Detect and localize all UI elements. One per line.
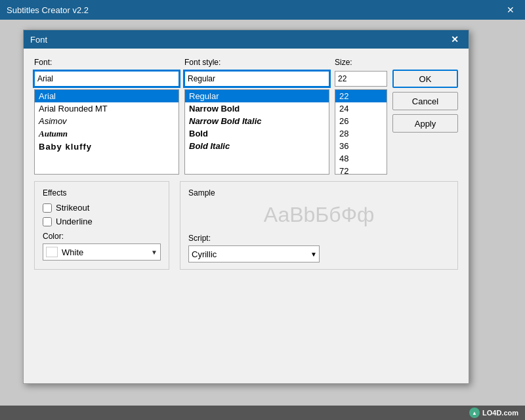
buttons-column: OK Cancel Apply	[392, 58, 458, 175]
size-list[interactable]: 22 24 26 28 36 48 72	[335, 89, 387, 175]
size-list-item-48[interactable]: 48	[335, 152, 387, 165]
color-label: Color:	[43, 232, 161, 241]
bottom-row: Effects Strikeout Underline Color: W	[34, 181, 458, 270]
font-list-item-autumn[interactable]: Autumn	[35, 127, 178, 140]
font-list-item-baby[interactable]: Baby kluffy	[35, 140, 178, 153]
style-list-item-regular[interactable]: Regular	[185, 90, 329, 102]
strikeout-row: Strikeout	[43, 203, 161, 213]
sample-title: Sample	[188, 188, 450, 198]
script-label: Script:	[188, 234, 450, 243]
size-list-item-36[interactable]: 36	[335, 140, 387, 152]
dialog-body: Font: Arial Arial Rounded MT Asimov Autu…	[24, 49, 469, 279]
font-dialog: Font ✕ Font: Arial Arial Rounded MT Asim…	[23, 30, 469, 384]
script-row: Script: Cyrillic Western Greek Turkish ▼	[188, 234, 450, 262]
apply-button[interactable]: Apply	[392, 114, 458, 133]
underline-checkbox[interactable]	[43, 217, 52, 226]
style-column-label: Font style:	[184, 58, 329, 67]
font-list-item-asimov[interactable]: Asimov	[35, 115, 178, 127]
size-list-item-26[interactable]: 26	[335, 115, 387, 127]
app-close-button[interactable]: ✕	[503, 3, 518, 16]
style-list-item-bold-italic[interactable]: Bold Italic	[185, 140, 329, 152]
font-input[interactable]	[34, 71, 179, 87]
cancel-button[interactable]: Cancel	[392, 92, 458, 110]
size-list-item-28[interactable]: 28	[335, 127, 387, 140]
font-list-item-arial-rounded[interactable]: Arial Rounded MT	[35, 102, 178, 115]
underline-row: Underline	[43, 217, 161, 226]
effects-box: Effects Strikeout Underline Color: W	[34, 181, 169, 270]
size-list-item-22[interactable]: 22	[335, 90, 387, 102]
dialog-overlay: Font ✕ Font: Arial Arial Rounded MT Asim…	[0, 20, 492, 394]
lo4d-badge: ▲ LO4D.com	[469, 408, 518, 418]
style-column: Font style: Regular Narrow Bold Narrow B…	[184, 58, 329, 175]
lo4d-icon: ▲	[469, 408, 480, 418]
size-list-item-72[interactable]: 72	[335, 165, 387, 175]
size-list-item-24[interactable]: 24	[335, 102, 387, 115]
font-list[interactable]: Arial Arial Rounded MT Asimov Autumn Bab…	[34, 89, 179, 175]
font-list-item-arial[interactable]: Arial	[35, 90, 178, 102]
strikeout-checkbox[interactable]	[43, 203, 52, 213]
bottom-bar: ▲ LO4D.com	[0, 406, 525, 420]
color-select[interactable]: White ▼	[43, 243, 161, 261]
app-title: Subtitles Creator v2.2	[7, 5, 89, 15]
dialog-close-button[interactable]: ✕	[448, 33, 462, 45]
style-list-item-bold[interactable]: Bold	[185, 127, 329, 140]
font-column: Font: Arial Arial Rounded MT Asimov Autu…	[34, 58, 179, 175]
sample-text-area: АаBbБбФф	[188, 203, 450, 227]
size-column-label: Size:	[335, 58, 387, 67]
style-input[interactable]	[184, 71, 329, 87]
effects-title: Effects	[43, 188, 161, 198]
dialog-titlebar: Font ✕	[24, 30, 469, 49]
style-list-item-narrow-bold-italic[interactable]: Narrow Bold Italic	[185, 115, 329, 127]
script-select[interactable]: Cyrillic Western Greek Turkish	[188, 245, 320, 262]
app-window: Subtitles Creator v2.2 ✕ Font ✕ Font:	[0, 0, 525, 420]
dialog-title: Font	[30, 35, 47, 45]
size-column: Size: 22 24 26 28 36 48 72	[335, 58, 387, 175]
script-select-wrapper: Cyrillic Western Greek Turkish ▼	[188, 245, 320, 262]
font-column-label: Font:	[34, 58, 179, 67]
color-value: White	[62, 247, 147, 257]
sample-box: Sample АаBbБбФф Script: Cyrillic Western…	[180, 181, 458, 270]
strikeout-label: Strikeout	[56, 203, 89, 213]
size-input[interactable]	[335, 71, 387, 87]
lo4d-text: LO4D.com	[482, 409, 518, 417]
style-list[interactable]: Regular Narrow Bold Narrow Bold Italic B…	[184, 89, 329, 175]
style-list-item-narrow-bold[interactable]: Narrow Bold	[185, 102, 329, 115]
app-titlebar: Subtitles Creator v2.2 ✕	[0, 0, 525, 20]
sample-text: АаBbБбФф	[264, 203, 375, 227]
color-dropdown-arrow: ▼	[151, 249, 158, 256]
color-swatch	[46, 247, 58, 257]
font-selectors-row: Font: Arial Arial Rounded MT Asimov Autu…	[34, 58, 458, 175]
underline-label: Underline	[56, 217, 93, 226]
ok-button[interactable]: OK	[392, 70, 458, 88]
